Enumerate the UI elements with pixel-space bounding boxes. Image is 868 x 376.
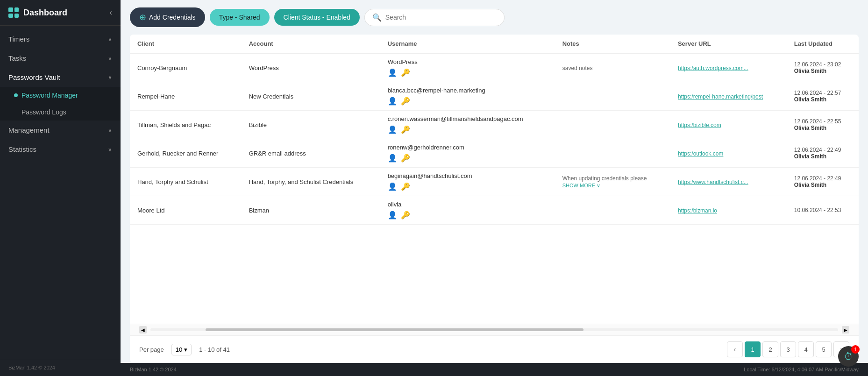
cell-username: WordPress 👤 🔑	[380, 53, 555, 82]
footer-local-time: Local Time: 6/12/2024, 4:06:07 AM Pacifi…	[744, 367, 859, 372]
last-updated-by: Olivia Smith	[794, 153, 851, 160]
cell-client: Gerhold, Ruecker and Renner	[130, 139, 242, 168]
sidebar-item-password-logs[interactable]: Password Logs	[0, 104, 121, 121]
scroll-thumb	[206, 328, 584, 331]
show-more-button[interactable]: SHOW MORE ∨	[562, 183, 663, 189]
sidebar-nav: Timers ∨ Tasks ∨ Passwords Vault ∧ Passw…	[0, 26, 121, 359]
key-icon[interactable]: 🔑	[401, 154, 410, 163]
user-icon[interactable]: 👤	[388, 154, 397, 163]
username-value: WordPress	[388, 58, 548, 65]
plus-icon: ⊕	[139, 12, 146, 22]
username-cell: olivia 👤 🔑	[388, 201, 548, 220]
cell-account: Hand, Torphy, and Schulist Credentials	[242, 168, 380, 196]
cell-notes	[555, 111, 670, 139]
cell-server-url: https:/outlook.com	[670, 139, 787, 168]
cell-notes	[555, 139, 670, 168]
sidebar-item-tasks[interactable]: Tasks ∨	[0, 49, 121, 68]
server-url-link[interactable]: https:/rempel-hane.marketing/post	[678, 93, 763, 100]
table-scroll-area[interactable]: Client Account Username Notes Server URL…	[130, 35, 859, 324]
key-icon[interactable]: 🔑	[401, 182, 410, 191]
last-updated-date: 12.06.2024 - 22:49	[794, 147, 841, 153]
scroll-left-button[interactable]: ◀	[139, 326, 147, 333]
user-icon[interactable]: 👤	[388, 97, 397, 106]
key-icon[interactable]: 🔑	[401, 68, 410, 77]
username-icons: 👤 🔑	[388, 182, 548, 191]
username-cell: WordPress 👤 🔑	[388, 58, 548, 77]
sidebar-item-statistics[interactable]: Statistics ∨	[0, 140, 121, 159]
cell-server-url: https:/rempel-hane.marketing/post	[670, 82, 787, 111]
key-icon[interactable]: 🔑	[401, 211, 410, 220]
col-client: Client	[130, 35, 242, 53]
cell-last-updated: 10.06.2024 - 22:53	[787, 196, 859, 225]
cell-client: Rempel-Hane	[130, 82, 242, 111]
server-url-link[interactable]: https:/auth.wordpress.com...	[678, 65, 748, 71]
last-updated-by: Olivia Smith	[794, 96, 851, 103]
key-icon[interactable]: 🔑	[401, 125, 410, 134]
user-icon[interactable]: 👤	[388, 182, 397, 191]
username-value: c.ronen.wasserman@tillmanshieldsandpagac…	[388, 115, 548, 122]
scroll-right-button[interactable]: ▶	[842, 326, 849, 333]
sidebar-title: Dashboard	[23, 8, 67, 18]
page-1-button[interactable]: 1	[745, 341, 761, 357]
type-filter-button[interactable]: Type - Shared	[210, 9, 270, 26]
cell-notes	[555, 196, 670, 225]
credentials-table: Client Account Username Notes Server URL…	[130, 35, 859, 225]
notification-count: 1	[851, 345, 860, 354]
per-page-label: Per page	[139, 346, 164, 353]
cell-last-updated: 12.06.2024 - 23:02 Olivia Smith	[787, 53, 859, 82]
cell-server-url: https:/bizible.com	[670, 111, 787, 139]
page-5-button[interactable]: 5	[816, 341, 832, 357]
key-icon[interactable]: 🔑	[401, 97, 410, 106]
page-4-button[interactable]: 4	[798, 341, 814, 357]
footer-version: BizMan 1.42 © 2024	[130, 367, 177, 372]
sidebar-item-management[interactable]: Management ∨	[0, 121, 121, 140]
server-url-link[interactable]: https:/outlook.com	[678, 150, 723, 157]
cell-last-updated: 12.06.2024 - 22:49 Olivia Smith	[787, 168, 859, 196]
page-2-button[interactable]: 2	[762, 341, 778, 357]
last-updated-by: Olivia Smith	[794, 125, 851, 131]
table-row: Gerhold, Ruecker and Renner GR&R email a…	[130, 139, 859, 168]
timer-icon: ⏱	[844, 351, 853, 362]
server-url-link[interactable]: https:/bizman.io	[678, 207, 717, 214]
username-value: ronenw@gerholdrenner.com	[388, 144, 548, 151]
grid-icon	[8, 7, 19, 18]
sidebar-item-password-manager[interactable]: Password Manager	[0, 87, 121, 104]
last-updated-by: Olivia Smith	[794, 68, 851, 74]
col-account: Account	[242, 35, 380, 53]
add-credentials-button[interactable]: ⊕ Add Credentials	[130, 7, 205, 27]
cell-notes: saved notes	[555, 53, 670, 82]
user-icon[interactable]: 👤	[388, 211, 397, 220]
last-updated-by: Olivia Smith	[794, 182, 851, 188]
main-content: ⊕ Add Credentials Type - Shared Client S…	[121, 0, 868, 376]
prev-page-button[interactable]: ‹	[727, 341, 743, 357]
last-updated-cell: 12.06.2024 - 22:57 Olivia Smith	[794, 90, 851, 103]
cell-notes	[555, 82, 670, 111]
user-icon[interactable]: 👤	[388, 125, 397, 134]
table-row: Hand, Torphy and Schulist Hand, Torphy, …	[130, 168, 859, 196]
col-username: Username	[380, 35, 555, 53]
notification-badge[interactable]: 1 ⏱	[838, 346, 859, 367]
col-server-url: Server URL	[670, 35, 787, 53]
search-box: 🔍	[364, 9, 505, 26]
cell-client: Tillman, Shields and Pagac	[130, 111, 242, 139]
per-page-select[interactable]: 10 ▾	[171, 344, 192, 355]
cell-account: Bizible	[242, 111, 380, 139]
cell-client: Hand, Torphy and Schulist	[130, 168, 242, 196]
table-body: Conroy-Bergnaum WordPress WordPress 👤 🔑 …	[130, 53, 859, 225]
sidebar-item-passwords-vault[interactable]: Passwords Vault ∧	[0, 68, 121, 87]
server-url-link[interactable]: https:/bizible.com	[678, 122, 721, 128]
status-filter-button[interactable]: Client Status - Enabled	[274, 9, 360, 26]
pagination-controls: ‹ 1 2 3 4 5 ›	[727, 341, 849, 357]
cell-server-url: https:/auth.wordpress.com...	[670, 53, 787, 82]
user-icon[interactable]: 👤	[388, 68, 397, 77]
last-updated-cell: 12.06.2024 - 22:49 Olivia Smith	[794, 175, 851, 188]
last-updated-cell: 12.06.2024 - 22:49 Olivia Smith	[794, 147, 851, 160]
sidebar-item-timers[interactable]: Timers ∨	[0, 29, 121, 49]
sidebar-collapse-button[interactable]: ‹	[110, 8, 112, 17]
username-cell: ronenw@gerholdrenner.com 👤 🔑	[388, 144, 548, 163]
last-updated-date: 12.06.2024 - 22:49	[794, 175, 841, 182]
username-cell: beginagain@handtschulist.com 👤 🔑	[388, 172, 548, 191]
page-3-button[interactable]: 3	[780, 341, 796, 357]
server-url-link[interactable]: https:/www.handtschulist.c...	[678, 179, 748, 185]
search-input[interactable]	[385, 14, 497, 21]
